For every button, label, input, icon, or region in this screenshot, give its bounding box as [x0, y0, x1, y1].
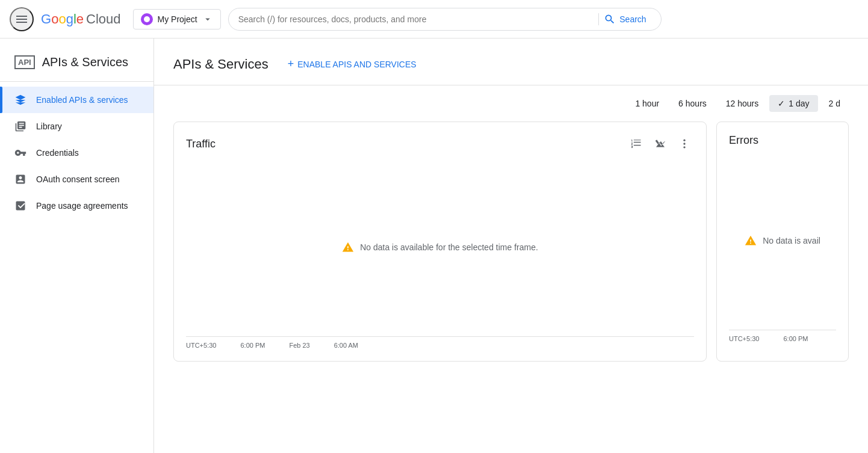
time-btn-1h[interactable]: 1 hour	[627, 95, 668, 112]
more-vert-icon	[678, 138, 690, 150]
time-btn-1d[interactable]: ✓ 1 day	[769, 95, 817, 112]
errors-x-labels: UTC+5:30 6:00 PM	[729, 335, 808, 342]
charts-area: Traffic	[154, 117, 868, 381]
chart-type-icon	[654, 138, 666, 150]
search-input[interactable]	[238, 14, 594, 24]
enabled-apis-icon	[14, 94, 26, 106]
credentials-label: Credentials	[36, 148, 79, 158]
traffic-x-label-2: Feb 23	[289, 342, 309, 349]
svg-point-0	[683, 140, 685, 141]
traffic-chart-footer: UTC+5:30 6:00 PM Feb 23 6:00 AM	[186, 336, 694, 349]
sidebar-title: APIs & Services	[42, 55, 128, 69]
traffic-x-labels: UTC+5:30 6:00 PM Feb 23 6:00 AM	[186, 342, 358, 349]
main-content: APIs & Services + ENABLE APIS AND SERVIC…	[154, 39, 868, 453]
traffic-more-button[interactable]	[675, 134, 694, 153]
traffic-x-label-0: UTC+5:30	[186, 342, 216, 349]
search-bar: Search	[228, 8, 662, 31]
traffic-chart-card: Traffic	[173, 122, 707, 362]
time-btn-2d[interactable]: 2 d	[820, 95, 849, 112]
logo-cloud-text: Cloud	[86, 11, 120, 27]
page-usage-label: Page usage agreements	[36, 201, 128, 211]
errors-chart-body: No data is avail	[729, 156, 836, 325]
errors-chart-card: Errors No data is avail UTC+5:30	[716, 122, 849, 362]
svg-point-2	[683, 146, 685, 148]
oauth-icon	[14, 173, 26, 185]
traffic-chart-header: Traffic	[186, 134, 694, 153]
project-icon	[141, 13, 153, 25]
page-layout: API APIs & Services Enabled APIs & servi…	[0, 39, 868, 453]
hamburger-menu-button[interactable]	[10, 7, 34, 31]
oauth-label: OAuth consent screen	[36, 174, 120, 184]
search-label: Search	[619, 14, 646, 24]
sidebar-item-enabled-apis[interactable]: Enabled APIs & services	[0, 87, 153, 113]
time-range-selector: 1 hour 6 hours 12 hours ✓ 1 day 2 d	[154, 85, 868, 117]
errors-chart-title: Errors	[729, 134, 758, 147]
time-btn-1d-check: ✓	[778, 99, 785, 108]
traffic-chart-type-button[interactable]	[651, 134, 670, 153]
errors-no-data: No data is avail	[745, 235, 820, 247]
traffic-x-label-3: 6:00 AM	[334, 342, 358, 349]
library-icon	[14, 120, 26, 132]
enabled-apis-label: Enabled APIs & services	[36, 95, 128, 105]
traffic-chart-body: No data is available for the selected ti…	[186, 163, 694, 331]
page-title: APIs & Services	[173, 57, 268, 72]
project-selector[interactable]: My Project	[133, 9, 221, 29]
project-dropdown-icon	[202, 14, 213, 25]
errors-chart-footer: UTC+5:30 6:00 PM	[729, 330, 836, 342]
api-icon: API	[14, 55, 35, 69]
traffic-no-data: No data is available for the selected ti…	[342, 241, 538, 253]
search-button[interactable]: Search	[598, 13, 651, 25]
sidebar-divider	[0, 81, 153, 82]
search-icon	[604, 13, 616, 25]
errors-no-data-text: No data is avail	[763, 236, 820, 245]
sidebar-item-credentials[interactable]: Credentials	[0, 140, 153, 166]
google-cloud-logo[interactable]: Google Cloud	[41, 11, 121, 27]
legend-icon	[630, 138, 642, 150]
traffic-no-data-text: No data is available for the selected ti…	[360, 242, 538, 252]
app-header: Google Cloud My Project Search	[0, 0, 868, 39]
enable-apis-plus-icon: +	[288, 58, 294, 70]
traffic-x-label-1: 6:00 PM	[240, 342, 265, 349]
time-btn-12h[interactable]: 12 hours	[718, 95, 767, 112]
errors-x-label-0: UTC+5:30	[729, 335, 759, 342]
sidebar: API APIs & Services Enabled APIs & servi…	[0, 39, 154, 453]
enable-apis-button[interactable]: + ENABLE APIS AND SERVICES	[278, 53, 426, 75]
sidebar-item-page-usage[interactable]: Page usage agreements	[0, 193, 153, 219]
traffic-warning-icon	[342, 241, 354, 253]
traffic-legend-button[interactable]	[627, 134, 646, 153]
errors-warning-icon	[745, 235, 757, 247]
logo-google: Google	[41, 11, 84, 27]
svg-point-1	[683, 143, 685, 144]
errors-x-label-1: 6:00 PM	[783, 335, 808, 342]
time-btn-6h[interactable]: 6 hours	[670, 95, 715, 112]
enable-apis-label: ENABLE APIS AND SERVICES	[297, 60, 416, 69]
errors-chart-header: Errors	[729, 134, 836, 147]
sidebar-header: API APIs & Services	[0, 48, 153, 76]
main-header: APIs & Services + ENABLE APIS AND SERVIC…	[154, 39, 868, 85]
credentials-icon	[14, 147, 26, 159]
traffic-chart-actions	[627, 134, 694, 153]
traffic-chart-title: Traffic	[186, 138, 215, 150]
sidebar-item-oauth[interactable]: OAuth consent screen	[0, 166, 153, 193]
page-usage-icon	[14, 200, 26, 212]
time-btn-1d-label: 1 day	[789, 99, 809, 108]
sidebar-item-library[interactable]: Library	[0, 113, 153, 140]
library-label: Library	[36, 122, 62, 131]
project-name: My Project	[158, 14, 197, 24]
